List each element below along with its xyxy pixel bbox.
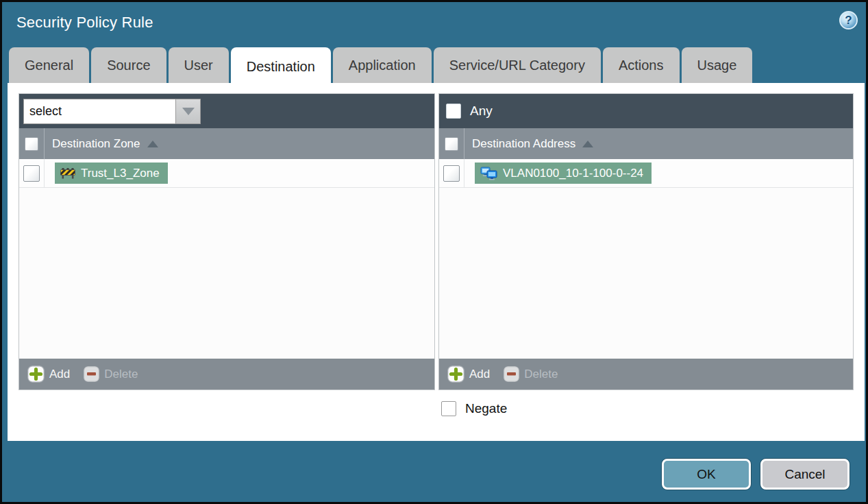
security-policy-rule-dialog: Security Policy Rule ? GeneralSourceUser… — [0, 0, 868, 504]
zone-table-body: Trust_L3_Zone — [19, 159, 434, 359]
zone-filter-input[interactable] — [23, 99, 175, 124]
address-column-header[interactable]: Destination Address — [439, 128, 853, 159]
sort-ascending-icon — [582, 141, 593, 147]
any-label: Any — [470, 104, 493, 119]
help-icon[interactable]: ? — [839, 11, 858, 29]
tab-bar: GeneralSourceUserDestinationApplicationS… — [9, 47, 752, 86]
zone-column-header[interactable]: Destination Zone — [19, 128, 434, 159]
zone-icon — [60, 167, 75, 179]
add-label: Add — [469, 368, 490, 381]
dialog-title: Security Policy Rule — [16, 14, 153, 32]
row-checkbox[interactable] — [23, 165, 40, 182]
address-delete-button[interactable]: Delete — [504, 366, 558, 382]
tab-service-url-category[interactable]: Service/URL Category — [434, 47, 601, 83]
address-footer: Add Delete — [439, 359, 853, 389]
negate-row: Negate — [441, 401, 507, 416]
negate-label: Negate — [465, 401, 507, 416]
ok-button[interactable]: OK — [662, 459, 751, 490]
tab-source[interactable]: Source — [91, 47, 166, 83]
zone-filter-dropdown-button[interactable] — [175, 99, 201, 124]
cancel-button[interactable]: Cancel — [760, 459, 850, 490]
delete-label: Delete — [104, 368, 138, 381]
any-checkbox[interactable] — [446, 104, 461, 119]
chevron-down-icon — [182, 108, 195, 115]
delete-icon — [84, 366, 99, 382]
add-icon — [447, 365, 464, 383]
address-icon — [480, 167, 497, 180]
add-icon — [27, 365, 45, 383]
row-label: Trust_L3_Zone — [81, 167, 160, 180]
zone-column-label: Destination Zone — [52, 137, 140, 151]
table-row: VLAN0100_10-1-100-0--24 — [439, 159, 853, 188]
negate-checkbox[interactable] — [441, 401, 456, 416]
delete-icon — [504, 366, 519, 382]
address-column-label: Destination Address — [472, 137, 575, 151]
address-add-button[interactable]: Add — [447, 365, 490, 383]
zone-toolbar — [19, 94, 434, 128]
delete-label: Delete — [524, 368, 558, 381]
zone-add-button[interactable]: Add — [27, 365, 70, 383]
address-table-body: VLAN0100_10-1-100-0--24 — [439, 159, 853, 359]
destination-address-panel: Any Destination Address VLAN0100 — [438, 93, 854, 390]
address-chip[interactable]: VLAN0100_10-1-100-0--24 — [475, 163, 652, 184]
table-row: Trust_L3_Zone — [19, 159, 434, 188]
zone-chip[interactable]: Trust_L3_Zone — [55, 163, 168, 184]
tab-actions[interactable]: Actions — [603, 47, 680, 83]
destination-zone-panel: Destination Zone Trust_L3_Zone — [18, 93, 435, 390]
zone-select-all-checkbox[interactable] — [25, 137, 38, 151]
address-toolbar: Any — [439, 94, 853, 128]
row-label: VLAN0100_10-1-100-0--24 — [503, 167, 643, 180]
sort-ascending-icon — [147, 141, 158, 147]
zone-delete-button[interactable]: Delete — [84, 366, 138, 382]
tab-application[interactable]: Application — [333, 47, 432, 83]
tab-general[interactable]: General — [9, 47, 89, 83]
content-area: Destination Zone Trust_L3_Zone — [8, 83, 865, 441]
title-bar: Security Policy Rule ? — [2, 2, 866, 45]
zone-footer: Add Delete — [19, 359, 434, 389]
tab-user[interactable]: User — [169, 47, 229, 83]
address-select-all-checkbox[interactable] — [445, 137, 458, 151]
tab-usage[interactable]: Usage — [682, 47, 753, 83]
tab-destination[interactable]: Destination — [231, 47, 331, 86]
row-checkbox[interactable] — [443, 165, 460, 182]
add-label: Add — [49, 368, 70, 381]
